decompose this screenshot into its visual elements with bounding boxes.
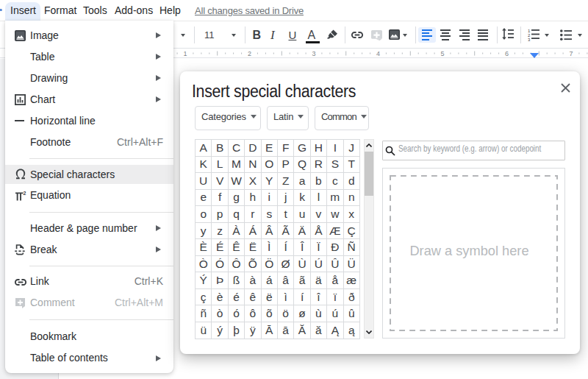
svg-text:3: 3: [312, 50, 315, 57]
svg-text:1: 1: [183, 50, 187, 57]
svg-text:2: 2: [24, 191, 26, 196]
svg-text:2: 2: [248, 50, 251, 57]
svg-text:4: 4: [376, 50, 380, 57]
svg-text:5: 5: [440, 50, 444, 57]
svg-text:3: 3: [528, 38, 531, 42]
svg-text:7: 7: [569, 50, 573, 57]
svg-text:6: 6: [505, 50, 509, 57]
